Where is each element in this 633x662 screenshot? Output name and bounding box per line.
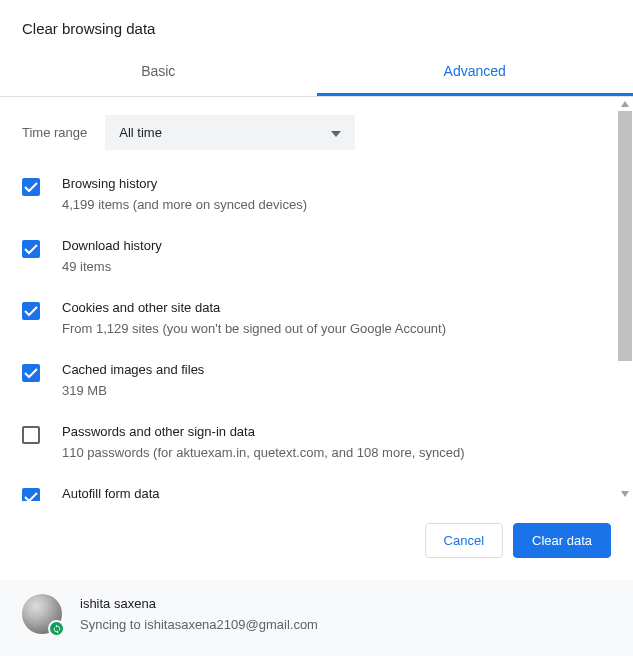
time-range-dropdown[interactable]: All time	[105, 115, 355, 150]
account-row: ishita saxena Syncing to ishitasaxena210…	[0, 580, 633, 656]
item-title: Download history	[62, 238, 611, 253]
item-subtext: 110 passwords (for aktuexam.in, quetext.…	[62, 445, 611, 460]
data-type-row: Cached images and files319 MB	[22, 362, 611, 398]
data-type-row: Passwords and other sign-in data110 pass…	[22, 424, 611, 460]
scroll-up-icon[interactable]	[617, 99, 633, 109]
time-range-row: Time range All time	[22, 115, 611, 150]
item-subtext: 319 MB	[62, 383, 611, 398]
item-text: Cached images and files319 MB	[62, 362, 611, 398]
chevron-down-icon	[331, 125, 341, 140]
account-name: ishita saxena	[80, 596, 318, 611]
time-range-label: Time range	[22, 125, 87, 140]
item-title: Autofill form data	[62, 486, 611, 501]
item-title: Cached images and files	[62, 362, 611, 377]
checkbox[interactable]	[22, 302, 40, 320]
scrollbar[interactable]	[617, 111, 633, 487]
checkbox[interactable]	[22, 364, 40, 382]
account-text: ishita saxena Syncing to ishitasaxena210…	[80, 596, 318, 632]
checkbox[interactable]	[22, 178, 40, 196]
item-text: Cookies and other site dataFrom 1,129 si…	[62, 300, 611, 336]
tab-advanced[interactable]: Advanced	[317, 49, 634, 96]
data-type-row: Cookies and other site dataFrom 1,129 si…	[22, 300, 611, 336]
footer: Cancel Clear data	[0, 501, 633, 580]
item-text: Browsing history4,199 items (and more on…	[62, 176, 611, 212]
item-subtext: 4,199 items (and more on synced devices)	[62, 197, 611, 212]
account-status: Syncing to ishitasaxena2109@gmail.com	[80, 617, 318, 632]
item-title: Passwords and other sign-in data	[62, 424, 611, 439]
dialog-title: Clear browsing data	[0, 0, 633, 49]
checkbox[interactable]	[22, 488, 40, 501]
checkbox[interactable]	[22, 240, 40, 258]
avatar-wrap	[22, 594, 62, 634]
item-text: Download history49 items	[62, 238, 611, 274]
clear-data-button[interactable]: Clear data	[513, 523, 611, 558]
item-subtext: From 1,129 sites (you won't be signed ou…	[62, 321, 611, 336]
item-title: Browsing history	[62, 176, 611, 191]
scroll-down-icon[interactable]	[617, 489, 633, 499]
item-title: Cookies and other site data	[62, 300, 611, 315]
sync-icon	[48, 620, 65, 637]
data-type-row: Download history49 items	[22, 238, 611, 274]
scrollbar-thumb[interactable]	[618, 111, 632, 361]
item-text: Passwords and other sign-in data110 pass…	[62, 424, 611, 460]
item-subtext: 49 items	[62, 259, 611, 274]
data-type-row: Autofill form data	[22, 486, 611, 501]
checkbox[interactable]	[22, 426, 40, 444]
tabs: Basic Advanced	[0, 49, 633, 97]
tab-basic[interactable]: Basic	[0, 49, 317, 96]
time-range-value: All time	[119, 125, 162, 140]
cancel-button[interactable]: Cancel	[425, 523, 503, 558]
data-type-row: Browsing history4,199 items (and more on…	[22, 176, 611, 212]
content-area: Time range All time Browsing history4,19…	[0, 97, 633, 501]
item-text: Autofill form data	[62, 486, 611, 501]
